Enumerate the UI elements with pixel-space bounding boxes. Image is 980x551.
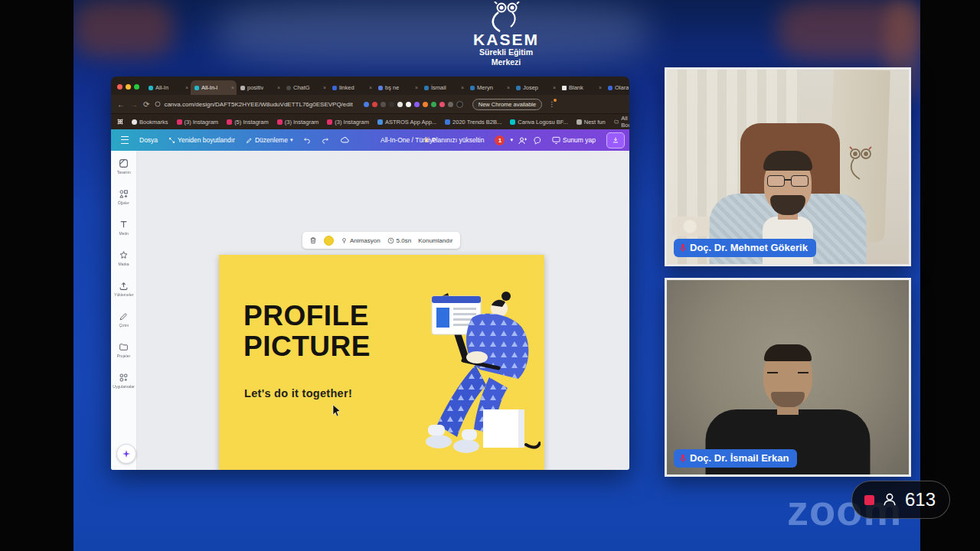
delete-button[interactable] — [309, 236, 317, 244]
chevron-down-icon: ▾ — [290, 137, 293, 143]
owl-icon — [482, 2, 531, 32]
slide-canvas[interactable]: PROFILE PICTURE Let's do it together! — [219, 255, 544, 470]
extension-icon[interactable] — [406, 102, 411, 107]
bookmark-item[interactable]: Canva Logosu BF... — [510, 119, 567, 126]
profile-icon[interactable] — [456, 101, 463, 108]
document-title[interactable]: All-In-One / Türkiye — [381, 136, 472, 144]
window-controls[interactable] — [117, 84, 139, 90]
sidebar-item-apps[interactable]: Uygulamalar — [111, 365, 136, 396]
undo-button[interactable] — [303, 136, 311, 144]
browser-tab[interactable]: All-In× — [145, 80, 191, 95]
viewer-count-badge[interactable]: 613 — [851, 481, 950, 519]
extension-icons — [364, 101, 463, 108]
bookmark-item[interactable]: 2020 Trends B2B... — [445, 119, 501, 126]
menu-icon[interactable] — [121, 136, 129, 144]
maximize-window-button[interactable] — [134, 84, 139, 90]
elements-icon — [119, 189, 129, 199]
browser-tab[interactable]: Olara× — [604, 80, 629, 95]
sidebar-item-elements[interactable]: Öğeler — [111, 181, 136, 212]
close-tab-icon[interactable]: × — [599, 85, 602, 90]
all-bookmarks-button[interactable]: All Bookmarks — [614, 115, 629, 129]
browser-tab[interactable]: bş ne× — [374, 80, 420, 95]
refresh-icon[interactable]: ⟳ — [143, 100, 149, 109]
browser-tab[interactable]: Meryn× — [466, 80, 512, 95]
bookmark-item[interactable]: (5) Instagram — [227, 119, 269, 126]
folder-icon — [119, 342, 129, 352]
extension-icon[interactable] — [381, 102, 386, 107]
participant-video-1[interactable]: Doç. Dr. Mehmet Gökerik — [665, 67, 911, 266]
close-tab-icon[interactable]: × — [507, 85, 510, 90]
browser-menu-icon[interactable]: ⋮ — [548, 100, 555, 108]
close-tab-icon[interactable]: × — [231, 85, 234, 90]
bookmark-item[interactable]: Bookmarks — [132, 119, 168, 126]
apps-grid-icon[interactable] — [117, 119, 123, 125]
bookmark-item[interactable]: ASTROS App App... — [377, 119, 436, 126]
download-button[interactable] — [606, 132, 625, 148]
comment-icon[interactable] — [533, 136, 541, 145]
new-chrome-available-button[interactable]: New Chrome available — [472, 99, 542, 110]
present-button[interactable]: Sunum yap — [552, 136, 596, 144]
canva-sidebar: Tasarım Öğeler Metin Marka Yüklemeler — [111, 151, 137, 470]
sidebar-item-projects[interactable]: Projeler — [111, 334, 136, 365]
browser-tab-active[interactable]: All-In-l× — [191, 80, 237, 95]
chevron-down-icon[interactable]: ▾ — [510, 137, 513, 143]
participant-name-tag: Doç. Dr. İsmail Erkan — [674, 449, 797, 468]
design-icon — [119, 158, 129, 168]
sidebar-item-text[interactable]: Metin — [111, 212, 136, 243]
extension-icon[interactable] — [389, 102, 394, 107]
browser-tab[interactable]: İsmail× — [420, 80, 466, 95]
close-window-button[interactable] — [117, 84, 122, 90]
close-tab-icon[interactable]: × — [323, 85, 326, 90]
close-tab-icon[interactable]: × — [461, 85, 464, 90]
sidebar-item-brand[interactable]: Marka — [111, 243, 136, 273]
slide-subtitle[interactable]: Let's do it together! — [244, 387, 352, 399]
sidebar-item-uploads[interactable]: Yüklemeler — [111, 273, 136, 304]
back-icon[interactable]: ← — [117, 100, 125, 109]
duration-button[interactable]: 5.0sn — [387, 237, 412, 244]
browser-tab[interactable]: ChatG× — [283, 80, 328, 95]
site-info-icon[interactable] — [155, 101, 161, 107]
notification-badge[interactable]: 1 — [495, 135, 505, 145]
close-tab-icon[interactable]: × — [369, 85, 372, 90]
extension-icon[interactable] — [372, 102, 377, 107]
participant-video-2[interactable]: Doç. Dr. İsmail Erkan — [665, 278, 911, 477]
bookmark-item[interactable]: (3) Instagram — [177, 119, 219, 126]
extension-icon[interactable] — [431, 102, 436, 107]
minimize-window-button[interactable] — [126, 84, 131, 90]
close-tab-icon[interactable]: × — [415, 85, 418, 90]
file-menu-button[interactable]: Dosya — [139, 136, 158, 144]
bookmark-item[interactable]: (3) Instagram — [277, 119, 319, 126]
forward-icon[interactable]: → — [130, 100, 138, 109]
sidebar-item-design[interactable]: Tasarım — [111, 151, 136, 181]
url-text[interactable]: canva.com/design/DAFT5K2HYEE/W8uduVdETTL… — [164, 101, 352, 108]
redo-button[interactable] — [322, 136, 329, 144]
download-icon — [612, 136, 619, 144]
extension-icon[interactable] — [414, 102, 420, 107]
bookmark-item[interactable]: (3) Instagram — [327, 119, 369, 126]
browser-tab[interactable]: positiv× — [237, 80, 283, 95]
extension-icon[interactable] — [397, 102, 403, 107]
kasem-title: KASEM — [456, 32, 556, 47]
muted-mic-icon — [680, 454, 686, 463]
close-tab-icon[interactable]: × — [185, 85, 188, 90]
close-tab-icon[interactable]: × — [277, 85, 280, 90]
sidebar-item-draw[interactable]: Çizim — [111, 304, 136, 334]
animate-button[interactable]: Animasyon — [341, 237, 381, 244]
browser-tab[interactable]: Josep× — [512, 80, 558, 95]
extensions-puzzle-icon[interactable] — [448, 102, 453, 107]
bookmark-item[interactable]: Nest fun — [577, 119, 606, 126]
share-people-icon[interactable] — [518, 136, 528, 145]
browser-tab[interactable]: linked× — [328, 80, 374, 95]
video-background — [667, 280, 909, 474]
background-color-swatch[interactable] — [324, 236, 334, 246]
slide-title[interactable]: PROFILE PICTURE — [243, 301, 371, 362]
resize-button[interactable]: Yeniden boyutlandır — [168, 136, 235, 144]
position-button[interactable]: Konumlandır — [418, 237, 452, 244]
close-tab-icon[interactable]: × — [553, 85, 556, 90]
extension-icon[interactable] — [439, 102, 445, 107]
extension-icon[interactable] — [423, 102, 428, 107]
browser-tab[interactable]: Blank× — [558, 80, 604, 95]
extension-icon[interactable] — [364, 102, 369, 107]
editing-mode-button[interactable]: Düzenleme▾ — [246, 136, 293, 144]
canva-assistant-button[interactable] — [116, 444, 136, 464]
